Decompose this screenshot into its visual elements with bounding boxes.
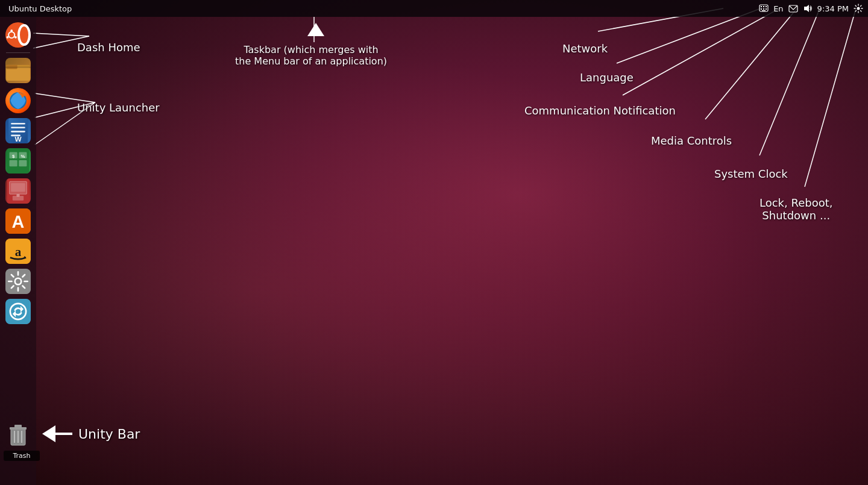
svg-rect-47	[5, 299, 31, 324]
launcher-icon-firefox[interactable]	[4, 86, 33, 115]
svg-text:W: W	[14, 135, 22, 143]
svg-line-65	[760, 8, 820, 155]
lock-reboot-label: Lock, Reboot, Shutdown ...	[760, 196, 833, 222]
software-center-icon: A	[5, 208, 31, 234]
messaging-indicator-icon[interactable]	[788, 5, 798, 13]
svg-rect-31	[10, 160, 17, 167]
svg-text:$: $	[12, 154, 15, 159]
svg-rect-5	[763, 8, 764, 10]
writer-icon: W	[5, 118, 31, 143]
launcher-icon-impress[interactable]	[4, 177, 33, 205]
svg-line-59	[35, 102, 95, 145]
svg-rect-19	[5, 66, 31, 68]
annotation-lines-svg	[0, 0, 868, 485]
svg-line-56	[33, 36, 89, 48]
arrow-left-icon	[42, 425, 72, 443]
communication-annotation: Communication Notification	[524, 104, 676, 117]
arrow-up-icon	[307, 23, 324, 36]
svg-line-57	[35, 93, 95, 102]
lock-reboot-annotation: Lock, Reboot, Shutdown ...	[760, 196, 833, 222]
communication-label: Communication Notification	[524, 104, 676, 117]
unity-bar-label: Unity Bar	[78, 427, 140, 442]
dash-home-annotation: Dash Home	[77, 41, 140, 54]
svg-rect-40	[16, 194, 19, 196]
launcher-icon-amazon[interactable]: a	[4, 237, 33, 266]
launcher-divider	[6, 52, 30, 53]
launcher-icon-software-updater[interactable]	[4, 297, 33, 326]
launcher-icon-ubuntu-home[interactable]	[4, 20, 33, 49]
svg-rect-3	[766, 6, 767, 7]
taskbar-label: Taskbar (which merges with the Menu bar …	[235, 44, 387, 67]
svg-rect-4	[761, 8, 762, 10]
svg-line-63	[623, 8, 779, 95]
taskbar-annotation: Taskbar (which merges with the Menu bar …	[235, 44, 387, 67]
svg-text:A: A	[12, 212, 25, 231]
unity-launcher-annotation: Unity Launcher	[77, 101, 160, 114]
network-label: Network	[562, 42, 608, 55]
svg-rect-25	[11, 131, 25, 133]
annotations-layer: Taskbar (which merges with the Menu bar …	[0, 17, 868, 485]
launcher-icon-writer[interactable]: W	[4, 116, 33, 145]
language-indicator[interactable]: En	[773, 4, 783, 13]
dash-home-label: Dash Home	[77, 41, 140, 54]
svg-point-14	[7, 36, 9, 39]
clock-display[interactable]: 9:34 PM	[817, 4, 849, 13]
language-annotation: Language	[580, 71, 634, 84]
topbar-title: Ubuntu Desktop	[5, 4, 75, 13]
unity-launcher-label: Unity Launcher	[77, 101, 160, 114]
taskbar-arrow	[307, 23, 324, 39]
svg-line-66	[805, 8, 856, 187]
system-clock-label: System Clock	[714, 167, 788, 180]
svg-rect-32	[19, 160, 27, 167]
launcher-icon-files[interactable]	[4, 56, 33, 85]
svg-rect-6	[766, 8, 767, 10]
svg-point-13	[10, 30, 13, 32]
language-label: Language	[580, 71, 634, 84]
svg-rect-17	[6, 67, 30, 81]
keyboard-indicator-icon[interactable]	[759, 4, 769, 13]
launcher-trash[interactable]: Trash	[4, 421, 40, 461]
unity-launcher: W $ %	[0, 17, 36, 485]
firefox-icon	[5, 88, 31, 113]
trash-label: Trash	[4, 451, 40, 461]
amazon-icon: a	[5, 239, 31, 264]
network-annotation: Network	[562, 42, 608, 55]
svg-line-58	[35, 102, 95, 117]
software-updater-icon	[5, 299, 31, 324]
topbar-right: En 9:34 PM	[759, 4, 863, 13]
system-clock-annotation: System Clock	[714, 167, 788, 180]
svg-text:a: a	[15, 245, 22, 259]
files-icon	[5, 58, 31, 83]
launcher-icon-system-settings[interactable]	[4, 267, 33, 296]
svg-rect-51	[14, 425, 22, 428]
svg-rect-24	[11, 127, 25, 128]
svg-point-10	[857, 7, 860, 10]
volume-indicator-icon[interactable]	[803, 4, 813, 13]
svg-text:%: %	[20, 154, 25, 159]
desktop: Ubuntu Desktop En	[0, 0, 868, 485]
media-controls-label: Media Controls	[651, 134, 732, 147]
svg-line-55	[33, 33, 89, 36]
svg-marker-9	[804, 5, 809, 12]
topbar: Ubuntu Desktop En	[0, 0, 868, 17]
svg-rect-1	[761, 6, 762, 7]
trash-icon[interactable]	[4, 421, 33, 449]
calc-icon: $ %	[5, 148, 31, 174]
svg-rect-7	[762, 10, 766, 11]
system-settings-icon	[5, 269, 31, 294]
unity-bar-annotation: Unity Bar	[42, 425, 140, 443]
impress-icon	[5, 178, 31, 204]
launcher-icon-software-center[interactable]: A	[4, 207, 33, 236]
svg-point-15	[14, 36, 17, 39]
svg-rect-23	[11, 123, 25, 125]
topbar-left: Ubuntu Desktop	[5, 4, 75, 13]
ubuntu-logo-icon	[5, 22, 31, 48]
svg-rect-38	[11, 183, 25, 192]
launcher-icon-calc[interactable]: $ %	[4, 146, 33, 175]
svg-line-64	[705, 8, 797, 119]
svg-rect-2	[763, 6, 764, 7]
media-controls-annotation: Media Controls	[651, 134, 732, 147]
session-indicator-icon[interactable]	[854, 4, 863, 13]
